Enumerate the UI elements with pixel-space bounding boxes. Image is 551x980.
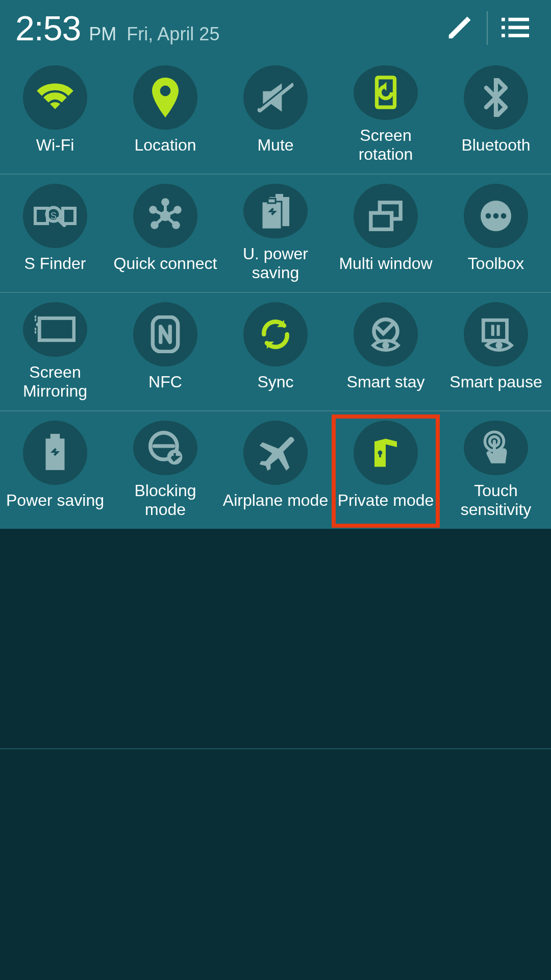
tile-smart-pause[interactable]: Smart pause	[441, 293, 551, 410]
tile-label: Mute	[255, 136, 295, 155]
clock-time: 2:53	[15, 8, 81, 48]
tile-toolbox[interactable]: Toolbox	[441, 175, 551, 292]
header-time-date: 2:53 PM Fri, April 25	[15, 8, 219, 48]
tile-circle	[243, 302, 308, 366]
toolbox-icon	[478, 198, 514, 234]
svg-point-34	[493, 213, 499, 219]
tile-blocking-mode[interactable]: Blocking mode	[110, 411, 220, 529]
tile-circle	[23, 421, 87, 485]
tile-power-saving[interactable]: Power saving	[0, 411, 110, 529]
svg-point-40	[382, 342, 389, 349]
tile-multi-window[interactable]: Multi window	[331, 175, 441, 292]
header-divider	[487, 11, 488, 45]
tile-airplane-mode[interactable]: Airplane mode	[220, 411, 331, 529]
tile-label: Wi-Fi	[34, 136, 77, 155]
tile-label: S Finder	[22, 254, 88, 274]
tile-touch-sensitivity[interactable]: Touch sensitivity	[441, 411, 551, 529]
tile-wifi[interactable]: Wi-Fi	[0, 56, 110, 174]
edit-button[interactable]	[439, 8, 480, 48]
rotation-icon	[368, 75, 404, 110]
svg-rect-1	[509, 18, 530, 21]
svg-point-6	[160, 86, 171, 96]
tile-label: Quick connect	[112, 254, 219, 274]
tile-screen-mirroring[interactable]: Screen Mirroring	[0, 293, 110, 410]
svg-rect-43	[497, 325, 500, 336]
bottom-separator	[0, 748, 551, 749]
svg-rect-5	[509, 34, 530, 37]
header-actions	[439, 8, 536, 48]
tile-nfc[interactable]: NFC	[110, 293, 220, 410]
svg-rect-28	[262, 202, 282, 229]
nfc-icon	[151, 315, 180, 353]
svg-point-23	[172, 221, 180, 229]
tile-circle	[133, 65, 197, 130]
svg-rect-31	[371, 213, 392, 229]
svg-text:S: S	[51, 211, 57, 221]
tile-mute[interactable]: Mute	[220, 56, 331, 174]
tile-label: Screen Mirroring	[0, 363, 110, 402]
tile-circle	[354, 65, 418, 120]
tile-screen-rotation[interactable]: Screen rotation	[331, 56, 441, 174]
svg-point-44	[495, 342, 503, 349]
clock-ampm: PM	[89, 23, 116, 45]
wifi-icon	[35, 82, 75, 113]
tile-circle	[243, 65, 308, 130]
svg-point-35	[501, 213, 507, 219]
tile-label: Blocking mode	[110, 481, 220, 520]
tile-circle	[354, 184, 418, 248]
list-view-button[interactable]	[495, 8, 536, 48]
header: 2:53 PM Fri, April 25	[0, 0, 551, 56]
tile-circle	[464, 65, 528, 130]
bluetooth-icon	[484, 78, 508, 117]
svg-point-21	[161, 198, 169, 206]
svg-point-22	[173, 206, 182, 214]
tile-circle	[243, 184, 308, 238]
tile-label: Sync	[255, 373, 295, 392]
list-icon	[502, 16, 529, 40]
tile-circle	[243, 421, 308, 485]
quick-settings-grid: Wi-Fi Location Mute	[0, 56, 551, 529]
svg-rect-2	[502, 26, 505, 30]
quick-settings-panel: 2:53 PM Fri, April 25	[0, 0, 551, 529]
tile-circle	[464, 302, 528, 366]
tile-bluetooth[interactable]: Bluetooth	[441, 56, 551, 174]
tile-label: Screen rotation	[331, 126, 441, 165]
tile-quick-connect[interactable]: Quick connect	[110, 175, 220, 292]
blocking-mode-icon	[146, 429, 184, 467]
tile-location[interactable]: Location	[110, 56, 220, 174]
u-power-saving-icon	[258, 192, 293, 229]
tile-s-finder[interactable]: S S Finder	[0, 175, 110, 292]
tile-label: U. power saving	[220, 244, 331, 283]
tile-label: Smart stay	[345, 373, 427, 392]
highlight-annotation	[332, 414, 440, 528]
tile-label: Touch sensitivity	[441, 481, 551, 520]
multi-window-icon	[368, 201, 404, 231]
tile-label: Smart pause	[447, 373, 544, 392]
tile-private-mode[interactable]: Private mode	[331, 411, 441, 529]
quick-connect-icon	[147, 198, 184, 234]
tile-label: Toolbox	[466, 254, 526, 274]
svg-rect-3	[509, 26, 530, 30]
mute-icon	[257, 81, 294, 114]
location-icon	[151, 78, 180, 117]
tile-circle	[133, 184, 197, 248]
svg-rect-27	[276, 194, 283, 199]
sfinder-icon: S	[34, 202, 77, 230]
svg-point-24	[151, 221, 159, 229]
pencil-icon	[445, 14, 473, 42]
svg-rect-46	[51, 434, 60, 440]
svg-point-33	[486, 213, 491, 219]
svg-rect-11	[63, 208, 75, 224]
tile-circle: S	[23, 184, 87, 248]
tile-label: NFC	[146, 373, 184, 392]
tile-circle	[23, 65, 87, 130]
sync-icon	[258, 317, 293, 352]
mirroring-icon	[35, 315, 76, 344]
tile-smart-stay[interactable]: Smart stay	[331, 293, 441, 410]
tile-u-power-saving[interactable]: U. power saving	[220, 175, 331, 292]
touch-icon	[478, 429, 514, 467]
tile-sync[interactable]: Sync	[220, 293, 331, 410]
tile-label: Multi window	[337, 254, 434, 274]
svg-point-37	[36, 323, 39, 326]
power-saving-icon	[43, 434, 67, 472]
